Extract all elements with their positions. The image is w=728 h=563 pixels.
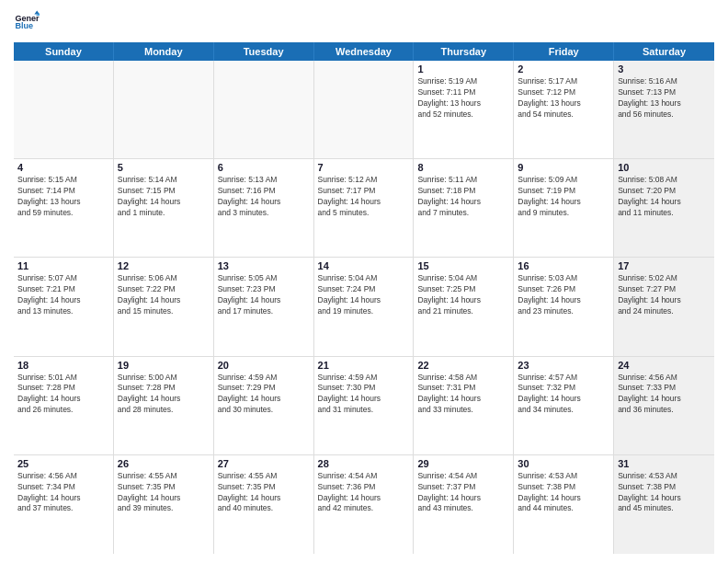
cell-text: Sunrise: 5:06 AMSunset: 7:22 PMDaylight:… (118, 273, 210, 317)
day-number: 8 (417, 162, 509, 173)
calendar-row: 11Sunrise: 5:07 AMSunset: 7:21 PMDayligh… (14, 258, 714, 356)
cell-text: Sunrise: 5:11 AMSunset: 7:18 PMDaylight:… (417, 175, 509, 219)
cell-text: Sunrise: 5:04 AMSunset: 7:25 PMDaylight:… (417, 273, 509, 317)
header-cell-monday: Monday (114, 42, 214, 61)
cell-text: Sunrise: 4:54 AMSunset: 7:36 PMDaylight:… (318, 471, 410, 515)
cell-text: Sunrise: 4:59 AMSunset: 7:29 PMDaylight:… (218, 373, 310, 417)
cell-text: Sunrise: 4:59 AMSunset: 7:30 PMDaylight:… (318, 373, 410, 417)
cell-text: Sunrise: 5:13 AMSunset: 7:16 PMDaylight:… (218, 175, 310, 219)
cell-text: Sunrise: 5:14 AMSunset: 7:15 PMDaylight:… (118, 175, 210, 219)
calendar-cell: 12Sunrise: 5:06 AMSunset: 7:22 PMDayligh… (114, 258, 214, 355)
calendar-cell: 26Sunrise: 4:55 AMSunset: 7:35 PMDayligh… (114, 455, 214, 554)
calendar-row: 25Sunrise: 4:56 AMSunset: 7:34 PMDayligh… (14, 455, 714, 554)
cell-text: Sunrise: 5:02 AMSunset: 7:27 PMDaylight:… (618, 273, 711, 317)
calendar-cell: 17Sunrise: 5:02 AMSunset: 7:27 PMDayligh… (614, 258, 714, 355)
calendar-cell: 7Sunrise: 5:12 AMSunset: 7:17 PMDaylight… (314, 159, 415, 257)
day-number: 16 (518, 260, 609, 271)
day-number: 24 (618, 360, 711, 371)
page-header: General Blue (14, 9, 714, 35)
cell-text: Sunrise: 4:53 AMSunset: 7:38 PMDaylight:… (618, 471, 711, 515)
calendar: SundayMondayTuesdayWednesdayThursdayFrid… (14, 42, 714, 554)
calendar-cell: 4Sunrise: 5:15 AMSunset: 7:14 PMDaylight… (14, 159, 114, 257)
day-number: 13 (218, 260, 310, 271)
cell-text: Sunrise: 4:56 AMSunset: 7:33 PMDaylight:… (618, 373, 711, 417)
cell-text: Sunrise: 5:17 AMSunset: 7:12 PMDaylight:… (518, 76, 609, 121)
cell-text: Sunrise: 5:05 AMSunset: 7:23 PMDaylight:… (218, 273, 310, 317)
cell-text: Sunrise: 5:15 AMSunset: 7:14 PMDaylight:… (17, 175, 109, 219)
day-number: 1 (417, 63, 509, 75)
day-number: 29 (417, 458, 509, 469)
day-number: 31 (618, 458, 711, 469)
calendar-cell: 19Sunrise: 5:00 AMSunset: 7:28 PMDayligh… (114, 357, 214, 454)
cell-text: Sunrise: 5:19 AMSunset: 7:11 PMDaylight:… (417, 76, 509, 121)
calendar-cell: 10Sunrise: 5:08 AMSunset: 7:20 PMDayligh… (614, 159, 714, 257)
day-number: 4 (17, 162, 109, 173)
calendar-cell: 13Sunrise: 5:05 AMSunset: 7:23 PMDayligh… (214, 258, 314, 355)
calendar-row: 18Sunrise: 5:01 AMSunset: 7:28 PMDayligh… (14, 357, 714, 455)
calendar-cell: 3Sunrise: 5:16 AMSunset: 7:13 PMDaylight… (614, 61, 714, 158)
calendar-cell (314, 61, 415, 158)
cell-text: Sunrise: 5:00 AMSunset: 7:28 PMDaylight:… (118, 373, 210, 417)
calendar-cell: 15Sunrise: 5:04 AMSunset: 7:25 PMDayligh… (414, 258, 514, 355)
day-number: 11 (17, 260, 109, 271)
header-cell-thursday: Thursday (414, 42, 514, 61)
header-cell-friday: Friday (514, 42, 614, 61)
logo-icon: General Blue (14, 9, 40, 35)
calendar-row: 1Sunrise: 5:19 AMSunset: 7:11 PMDaylight… (14, 61, 714, 159)
day-number: 5 (118, 162, 210, 173)
calendar-cell: 16Sunrise: 5:03 AMSunset: 7:26 PMDayligh… (514, 258, 614, 355)
calendar-cell: 2Sunrise: 5:17 AMSunset: 7:12 PMDaylight… (514, 61, 614, 158)
day-number: 19 (118, 360, 210, 371)
calendar-cell (114, 61, 214, 158)
cell-text: Sunrise: 5:04 AMSunset: 7:24 PMDaylight:… (318, 273, 410, 317)
calendar-cell: 18Sunrise: 5:01 AMSunset: 7:28 PMDayligh… (14, 357, 114, 454)
day-number: 21 (318, 360, 410, 371)
calendar-cell: 27Sunrise: 4:55 AMSunset: 7:35 PMDayligh… (214, 455, 314, 554)
cell-text: Sunrise: 4:55 AMSunset: 7:35 PMDaylight:… (118, 471, 210, 515)
cell-text: Sunrise: 4:58 AMSunset: 7:31 PMDaylight:… (417, 373, 509, 417)
day-number: 9 (518, 162, 609, 173)
day-number: 14 (318, 260, 410, 271)
cell-text: Sunrise: 5:01 AMSunset: 7:28 PMDaylight:… (17, 373, 109, 417)
calendar-cell: 30Sunrise: 4:53 AMSunset: 7:38 PMDayligh… (514, 455, 614, 554)
calendar-row: 4Sunrise: 5:15 AMSunset: 7:14 PMDaylight… (14, 159, 714, 258)
cell-text: Sunrise: 4:57 AMSunset: 7:32 PMDaylight:… (518, 373, 609, 417)
calendar-cell: 22Sunrise: 4:58 AMSunset: 7:31 PMDayligh… (414, 357, 514, 454)
day-number: 27 (218, 458, 310, 469)
cell-text: Sunrise: 5:09 AMSunset: 7:19 PMDaylight:… (518, 175, 609, 219)
calendar-cell: 6Sunrise: 5:13 AMSunset: 7:16 PMDaylight… (214, 159, 314, 257)
day-number: 3 (618, 63, 711, 75)
calendar-cell: 24Sunrise: 4:56 AMSunset: 7:33 PMDayligh… (614, 357, 714, 454)
day-number: 20 (218, 360, 310, 371)
day-number: 6 (218, 162, 310, 173)
cell-text: Sunrise: 5:07 AMSunset: 7:21 PMDaylight:… (17, 273, 109, 317)
cell-text: Sunrise: 4:55 AMSunset: 7:35 PMDaylight:… (218, 471, 310, 515)
calendar-cell: 14Sunrise: 5:04 AMSunset: 7:24 PMDayligh… (314, 258, 415, 355)
day-number: 22 (417, 360, 509, 371)
calendar-cell: 28Sunrise: 4:54 AMSunset: 7:36 PMDayligh… (314, 455, 415, 554)
calendar-cell (214, 61, 314, 158)
svg-text:Blue: Blue (15, 21, 33, 30)
calendar-cell: 9Sunrise: 5:09 AMSunset: 7:19 PMDaylight… (514, 159, 614, 257)
day-number: 7 (318, 162, 410, 173)
cell-text: Sunrise: 4:53 AMSunset: 7:38 PMDaylight:… (518, 471, 609, 515)
calendar-cell (14, 61, 114, 158)
calendar-cell: 11Sunrise: 5:07 AMSunset: 7:21 PMDayligh… (14, 258, 114, 355)
day-number: 10 (618, 162, 711, 173)
logo: General Blue (14, 9, 43, 35)
calendar-cell: 29Sunrise: 4:54 AMSunset: 7:37 PMDayligh… (414, 455, 514, 554)
calendar-cell: 1Sunrise: 5:19 AMSunset: 7:11 PMDaylight… (414, 61, 514, 158)
cell-text: Sunrise: 5:03 AMSunset: 7:26 PMDaylight:… (518, 273, 609, 317)
header-cell-tuesday: Tuesday (214, 42, 314, 61)
calendar-header: SundayMondayTuesdayWednesdayThursdayFrid… (14, 42, 714, 61)
day-number: 26 (118, 458, 210, 469)
cell-text: Sunrise: 4:54 AMSunset: 7:37 PMDaylight:… (417, 471, 509, 515)
day-number: 30 (518, 458, 609, 469)
calendar-cell: 25Sunrise: 4:56 AMSunset: 7:34 PMDayligh… (14, 455, 114, 554)
calendar-cell: 23Sunrise: 4:57 AMSunset: 7:32 PMDayligh… (514, 357, 614, 454)
day-number: 18 (17, 360, 109, 371)
day-number: 25 (17, 458, 109, 469)
day-number: 23 (518, 360, 609, 371)
cell-text: Sunrise: 5:16 AMSunset: 7:13 PMDaylight:… (618, 76, 711, 121)
header-cell-saturday: Saturday (614, 42, 714, 61)
